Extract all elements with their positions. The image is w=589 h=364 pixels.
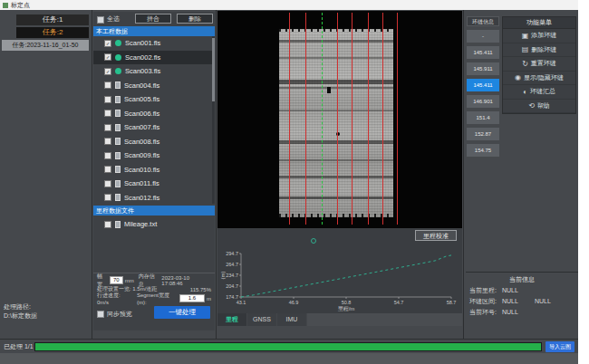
- info-label: 当前里程:: [469, 285, 497, 296]
- file-panel: 全选 拼合 删除 本工程数据 ✓Scan001.fls✓Scan002.fls✓…: [93, 12, 215, 330]
- amplitude-unit: mm: [125, 278, 134, 283]
- file-list-scrollbar[interactable]: [212, 36, 215, 204]
- menu-item[interactable]: ⟲帮助: [503, 100, 575, 114]
- menu-item[interactable]: ▣添加环缝: [503, 29, 575, 43]
- ring-marker-line[interactable]: [382, 13, 383, 225]
- ring-chainage-button[interactable]: 145.411: [467, 46, 499, 59]
- svg-text:294.7: 294.7: [226, 251, 238, 256]
- menu-item-label: 删除环缝: [531, 45, 556, 54]
- ring-chainage-button[interactable]: 145.911: [467, 62, 499, 75]
- file-row[interactable]: Scan007.fls: [93, 120, 212, 135]
- ring-marker-line[interactable]: [305, 13, 306, 225]
- file-name: Scan012.fls: [124, 194, 159, 202]
- file-row[interactable]: ✓Scan001.fls: [93, 36, 212, 51]
- scrollbar-thumb[interactable]: [212, 38, 215, 101]
- file-checkbox[interactable]: [104, 138, 111, 145]
- divider: [463, 10, 464, 339]
- file-checkbox[interactable]: [104, 81, 111, 89]
- scan-viewer[interactable]: [217, 11, 462, 228]
- file-checkbox[interactable]: [104, 221, 111, 228]
- file-row[interactable]: Scan010.fls: [93, 163, 212, 177]
- file-row[interactable]: ✓Scan002.fls: [93, 51, 212, 65]
- divider: [216, 10, 217, 339]
- svg-text:234.7: 234.7: [226, 273, 238, 278]
- divider: [92, 10, 92, 339]
- visibility-icon: ◉: [515, 73, 521, 81]
- file-checkbox[interactable]: [104, 110, 111, 117]
- merge-button[interactable]: 拼合: [135, 14, 171, 24]
- task-button[interactable]: 任务:2023-11-16_01-50: [2, 40, 89, 51]
- file-icon: [115, 110, 121, 117]
- file-row[interactable]: Scan006.fls: [93, 107, 212, 121]
- info-value: NULL: [502, 296, 518, 307]
- ring-line-layer: [217, 11, 462, 228]
- ring-chainage-button[interactable]: -: [467, 30, 499, 43]
- file-row[interactable]: Scan012.fls: [93, 191, 212, 205]
- file-checkbox[interactable]: ✓: [104, 40, 111, 47]
- task-button[interactable]: 任务:2: [16, 27, 89, 38]
- ring-marker-line[interactable]: [397, 13, 398, 225]
- tab-mileage[interactable]: 里程: [217, 313, 246, 326]
- ring-chainage-button[interactable]: 146.901: [467, 95, 499, 108]
- file-icon: [115, 81, 121, 89]
- ring-marker-line[interactable]: [352, 13, 352, 225]
- file-row[interactable]: Scan004.fls: [93, 79, 212, 93]
- menu-item-list: ▣添加环缝▤删除环缝↻重置环缝◉显示/隐藏环缝◐环缝汇总⟲帮助: [503, 29, 575, 113]
- ring-chainage-button[interactable]: 152.87: [467, 128, 499, 140]
- scan-center-line[interactable]: [322, 13, 323, 225]
- file-row[interactable]: Mileage.txt: [93, 217, 215, 232]
- file-checkbox[interactable]: [104, 96, 111, 103]
- menu-item-label: 重置环缝: [531, 59, 556, 68]
- timestamp-label: 2023-03-10 17:08:46: [161, 275, 211, 286]
- app-window: 标定点 任务:1任务:2任务:2023-11-16_01-50 处理路径: D:…: [0, 0, 578, 364]
- menu-item[interactable]: ▤删除环缝: [503, 43, 575, 58]
- file-name: Mileage.txt: [124, 220, 157, 228]
- file-icon: [115, 124, 121, 131]
- file-row[interactable]: Scan005.fls: [93, 92, 212, 107]
- function-menu-header: 功能菜单: [503, 17, 575, 29]
- one-click-process-button[interactable]: 一键处理: [154, 306, 210, 319]
- file-row[interactable]: Scan009.fls: [93, 148, 212, 163]
- ring-chainage-button[interactable]: 151.4: [467, 111, 499, 124]
- ring-chainage-button[interactable]: 154.75: [467, 144, 499, 157]
- file-checkbox[interactable]: [104, 166, 111, 173]
- settings-row-segment: 行进速度: 0m/s Segment宽度(m): 1.6 m: [97, 294, 211, 302]
- path-block: 处理路径: D:\标定数据: [4, 302, 37, 321]
- file-checkbox[interactable]: [104, 180, 111, 187]
- tab-imu[interactable]: IMU: [277, 313, 306, 326]
- segment-length-label: Segment宽度(m):: [137, 292, 178, 305]
- import-cloud-button[interactable]: 导入云图: [546, 341, 575, 352]
- project-data-header: 本工程数据: [93, 26, 215, 36]
- file-row[interactable]: Scan011.fls: [93, 177, 212, 191]
- ring-marker-line[interactable]: [368, 13, 369, 225]
- file-row[interactable]: ✓Scan003.fls: [93, 64, 212, 79]
- delete-button[interactable]: 删除: [177, 14, 213, 24]
- ring-marker-line[interactable]: [337, 13, 338, 225]
- file-checkbox[interactable]: [104, 124, 111, 131]
- info-value: NULL: [502, 307, 518, 318]
- menu-item[interactable]: ↻重置环缝: [503, 57, 575, 72]
- segment-length-input[interactable]: 1.6: [179, 294, 205, 302]
- file-checkbox[interactable]: [104, 152, 111, 159]
- processed-count-label: 已处理 1/1: [4, 342, 34, 351]
- select-all-checkbox[interactable]: [97, 16, 104, 24]
- file-checkbox[interactable]: [104, 194, 111, 201]
- delete-ring-icon: ▤: [522, 45, 529, 53]
- mileage-data-header: 里程数据文件: [93, 206, 215, 216]
- sync-preview-checkbox[interactable]: [97, 311, 104, 318]
- trajectory-chart: 294.7264.7234.7204.7174.743.146.950.854.…: [217, 228, 462, 313]
- file-row[interactable]: Scan008.fls: [93, 135, 212, 149]
- sync-preview-label: 同步预览: [107, 310, 132, 319]
- amplitude-input[interactable]: 70: [110, 276, 123, 284]
- file-checkbox[interactable]: ✓: [104, 53, 111, 61]
- tab-gnss[interactable]: GNSS: [247, 313, 276, 326]
- svg-text:58.7: 58.7: [447, 300, 457, 305]
- menu-item[interactable]: ◉显示/隐藏环缝: [503, 72, 575, 86]
- task-button[interactable]: 任务:1: [16, 14, 89, 25]
- file-checkbox[interactable]: ✓: [104, 68, 111, 75]
- ring-chainage-button[interactable]: 145.411: [467, 79, 499, 91]
- ring-marker-line[interactable]: [289, 13, 290, 225]
- menu-item[interactable]: ◐环缝汇总: [503, 85, 575, 100]
- path-label: 处理路径:: [4, 302, 37, 311]
- file-name: Scan007.fls: [124, 123, 159, 131]
